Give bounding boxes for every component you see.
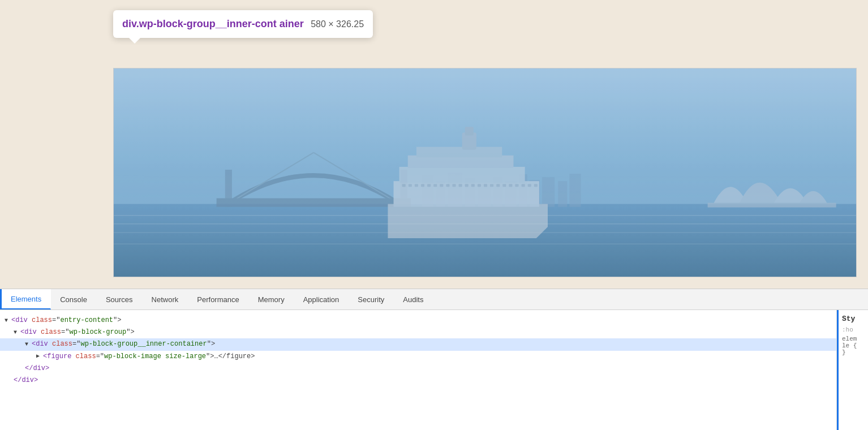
triangle-icon-1[interactable] [5, 316, 11, 325]
styles-panel-title: Sty [842, 315, 865, 323]
tab-audits[interactable]: Audits [394, 289, 433, 309]
styles-panel: Sty :ho elem le { } [837, 310, 868, 430]
tab-memory[interactable]: Memory [249, 289, 294, 309]
code-line-3[interactable]: <div class="wp-block-group__inner-contai… [0, 338, 836, 350]
tab-network[interactable]: Network [143, 289, 188, 309]
element-tooltip: div.wp-block-group__inner-cont ainer 580… [113, 10, 373, 38]
tab-security[interactable]: Security [349, 289, 394, 309]
devtools-code-area: <div class="entry-content"> <div class="… [0, 310, 868, 430]
styles-pseudo: :ho [842, 326, 865, 333]
triangle-icon-2[interactable] [14, 328, 20, 337]
tab-performance[interactable]: Performance [188, 289, 248, 309]
triangle-icon-4[interactable] [36, 352, 43, 361]
triangle-icon-3[interactable] [25, 340, 32, 349]
styles-text3: } [842, 349, 865, 356]
code-line-4[interactable]: <figure class="wp-block-image size-large… [0, 351, 836, 363]
devtools-panel: Elements Console Sources Network Perform… [0, 289, 868, 430]
svg-rect-53 [114, 68, 856, 277]
tab-sources[interactable]: Sources [97, 289, 143, 309]
webpage-preview: div.wp-block-group__inner-cont ainer 580… [0, 0, 868, 289]
webpage-image [113, 68, 857, 277]
code-line-6[interactable]: </div> [0, 375, 836, 386]
tooltip-dimensions: 580 × 326.25 [311, 19, 364, 29]
styles-text1: elem [842, 336, 865, 342]
devtools-tabs-bar: Elements Console Sources Network Perform… [0, 289, 868, 310]
tab-elements[interactable]: Elements [2, 289, 51, 309]
tab-console[interactable]: Console [51, 289, 97, 309]
code-line-1[interactable]: <div class="entry-content"> [0, 315, 836, 326]
code-line-2[interactable]: <div class="wp-block-group"> [0, 326, 836, 338]
tooltip-class-name: div.wp-block-group__inner-cont ainer [122, 18, 304, 29]
styles-text2: le { [842, 342, 865, 349]
tab-application[interactable]: Application [294, 289, 349, 309]
elements-code-panel[interactable]: <div class="entry-content"> <div class="… [0, 310, 837, 430]
code-line-5[interactable]: </div> [0, 363, 836, 375]
